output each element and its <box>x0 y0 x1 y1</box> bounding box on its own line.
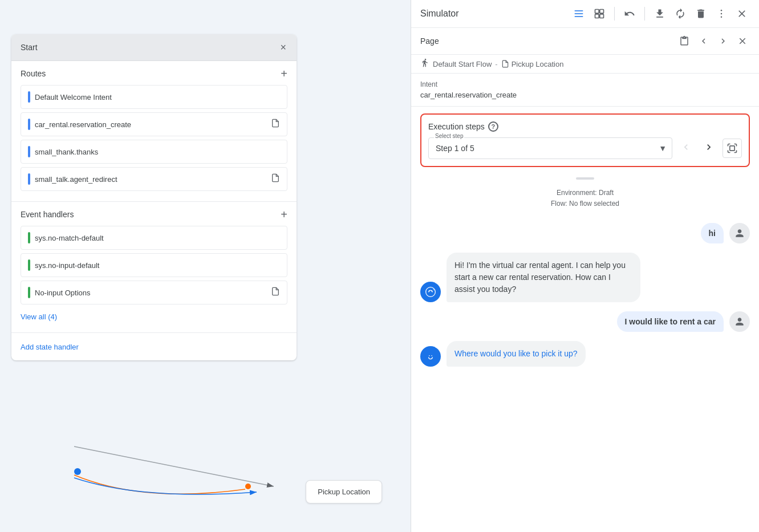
route-label: small_talk.agent_redirect <box>35 175 117 184</box>
refresh-button[interactable] <box>672 6 688 22</box>
route-bar <box>28 119 30 130</box>
simulator-header: Simulator <box>411 0 759 28</box>
page-section-label: Page <box>420 36 672 46</box>
execution-steps-panel: Execution steps ? Select step Step 1 of … <box>420 113 750 167</box>
user-avatar <box>729 223 750 243</box>
user-bubble: I would like to rent a car <box>617 311 724 332</box>
scan-button[interactable] <box>723 139 742 158</box>
svg-point-17 <box>431 291 432 292</box>
add-state-handler-link[interactable]: Add state handler <box>21 343 79 351</box>
user-avatar <box>729 311 750 332</box>
bot-avatar <box>420 346 441 367</box>
list-item[interactable]: car_rental.reservation_create <box>21 112 287 136</box>
chat-area: Environment: Draft Flow: No flow selecte… <box>411 174 759 532</box>
svg-point-12 <box>721 13 723 15</box>
help-icon[interactable]: ? <box>488 121 498 132</box>
start-node-dot <box>74 468 81 475</box>
simulator-title: Simulator <box>420 9 566 19</box>
start-card-close-button[interactable]: × <box>279 41 287 54</box>
page-icon <box>271 173 280 185</box>
delete-button[interactable] <box>693 6 709 22</box>
list-item[interactable]: No-input Options <box>21 281 287 304</box>
event-handlers-title: Event handlers <box>21 210 74 219</box>
message-row: Hi! I'm the virtual car rental agent. I … <box>420 253 750 302</box>
page-next-button[interactable] <box>716 34 730 48</box>
svg-point-13 <box>721 17 723 18</box>
svg-point-15 <box>427 289 434 296</box>
event-bar <box>28 232 30 243</box>
list-item[interactable]: sys.no-match-default <box>21 226 287 250</box>
step-prev-button[interactable] <box>677 138 695 159</box>
add-event-handler-button[interactable]: + <box>281 209 287 220</box>
intent-section: Intent car_rental.reservation_create <box>411 74 759 107</box>
exec-steps-header: Execution steps ? <box>428 121 742 132</box>
step-select-dropdown[interactable]: Step 1 of 5 Step 2 of 5 Step 3 of 5 Step… <box>428 137 672 159</box>
svg-point-18 <box>426 352 436 362</box>
page-section: Page <box>411 28 759 55</box>
close-simulator-button[interactable] <box>734 6 750 22</box>
svg-rect-14 <box>730 146 734 151</box>
list-item[interactable]: small_talk.agent_redirect <box>21 167 287 191</box>
svg-rect-4 <box>575 10 583 11</box>
env-line1: Environment: Draft <box>420 188 750 198</box>
download-button[interactable] <box>652 6 668 22</box>
route-label: car_rental.reservation_create <box>35 120 131 129</box>
bot-bubble-link: Where would you like to pick it up? <box>447 341 586 367</box>
exec-steps-title: Execution steps <box>428 122 485 131</box>
step-next-button[interactable] <box>700 138 718 159</box>
bot-avatar <box>420 282 441 302</box>
page-prev-button[interactable] <box>696 34 711 48</box>
pickup-location-node[interactable]: Pickup Location <box>306 480 382 503</box>
right-panel: Simulator <box>411 0 759 532</box>
bot-bubble: Hi! I'm the virtual car rental agent. I … <box>447 253 640 302</box>
svg-line-3 <box>74 446 274 486</box>
breadcrumb-flow-label: Default Start Flow <box>433 60 492 68</box>
breadcrumb-separator: - <box>495 60 497 68</box>
left-panel: Start × Routes + Default Welcome Intent … <box>0 0 411 532</box>
event-bar <box>28 259 30 271</box>
env-line2: Flow: No flow selected <box>420 198 750 209</box>
chat-messages: hi Hi! I'm the virtual car rental agent.… <box>411 214 759 532</box>
view-all-link[interactable]: View all (4) <box>21 308 57 326</box>
event-handlers-section: Event handlers + sys.no-match-default sy… <box>11 202 297 333</box>
list-item[interactable]: small_thank.thanks <box>21 140 287 164</box>
event-label: sys.no-match-default <box>35 234 104 242</box>
svg-rect-8 <box>600 10 604 14</box>
svg-rect-7 <box>595 10 599 14</box>
svg-rect-5 <box>575 13 583 14</box>
grid-view-button[interactable] <box>591 6 607 22</box>
step-select-row: Select step Step 1 of 5 Step 2 of 5 Step… <box>428 137 742 159</box>
svg-point-19 <box>429 355 430 356</box>
page-icon <box>271 287 280 298</box>
drag-handle[interactable] <box>411 174 759 183</box>
undo-button[interactable] <box>622 6 638 22</box>
header-divider-2 <box>644 7 645 21</box>
header-divider <box>614 7 615 21</box>
event-handlers-header: Event handlers + <box>21 209 287 220</box>
step-select-wrapper: Select step Step 1 of 5 Step 2 of 5 Step… <box>428 137 672 159</box>
message-row: I would like to rent a car <box>420 311 750 332</box>
list-item[interactable]: sys.no-input-default <box>21 253 287 277</box>
list-item[interactable]: Default Welcome Intent <box>21 85 287 109</box>
svg-point-20 <box>431 355 432 356</box>
clipboard-button[interactable] <box>677 34 692 48</box>
pickup-location-label: Pickup Location <box>318 488 370 496</box>
svg-point-11 <box>721 10 723 11</box>
route-label: small_thank.thanks <box>35 148 98 156</box>
route-label: Default Welcome Intent <box>35 93 112 101</box>
route-bar <box>28 173 30 185</box>
lines-view-button[interactable] <box>571 6 587 22</box>
message-row: Where would you like to pick it up? <box>420 341 750 367</box>
start-card: Start × Routes + Default Welcome Intent … <box>11 34 297 360</box>
routes-section-header: Routes + <box>21 68 287 79</box>
add-route-button[interactable]: + <box>281 68 287 79</box>
svg-point-16 <box>429 291 430 292</box>
start-card-header: Start × <box>11 34 297 61</box>
more-options-button[interactable] <box>713 6 729 22</box>
page-close-button[interactable] <box>735 34 750 48</box>
start-card-title: Start <box>21 43 38 52</box>
svg-rect-10 <box>600 14 604 18</box>
breadcrumb-page-label: Pickup Location <box>512 60 564 68</box>
breadcrumb: Default Start Flow - Pickup Location <box>411 55 759 74</box>
event-label: sys.no-input-default <box>35 261 99 270</box>
